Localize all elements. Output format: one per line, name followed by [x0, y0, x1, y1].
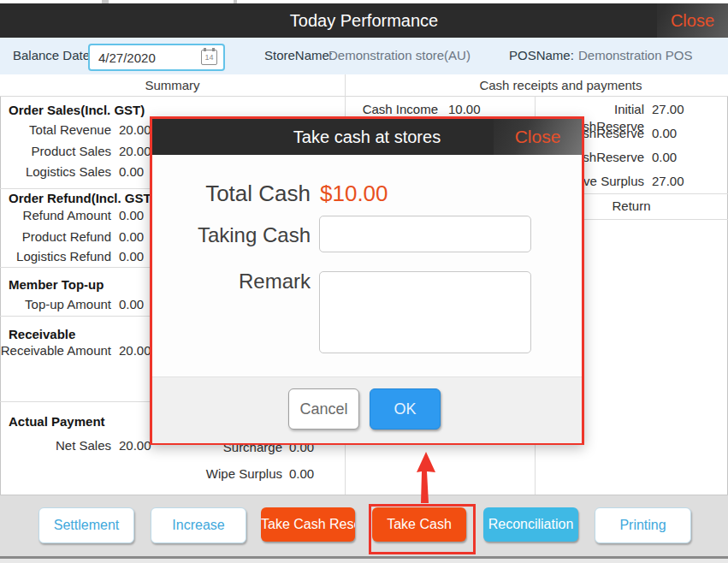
- balance-date-field[interactable]: 14: [88, 44, 225, 71]
- remark-input[interactable]: [319, 271, 531, 353]
- cancel-button[interactable]: Cancel: [288, 388, 359, 430]
- window-bottom-pad: [0, 559, 728, 563]
- group-title-receivable: Receivable: [9, 326, 75, 343]
- take-cash-dialog: Take cash at stores Close Total Cash $10…: [150, 116, 584, 445]
- summary-section-header: Summary: [0, 74, 345, 96]
- pos-name-label: POSName:: [509, 48, 574, 62]
- window-close-button[interactable]: Close: [657, 3, 728, 38]
- reconciliation-button[interactable]: Reconciliation: [483, 507, 578, 542]
- info-bar: Balance Date: 14 StoreName: Demonstratio…: [0, 38, 728, 74]
- dialog-footer: Cancel OK: [152, 376, 582, 443]
- taking-cash-label: Taking Cash: [152, 223, 311, 247]
- today-performance-window: Today Performance Close Balance Date: 14…: [0, 0, 728, 563]
- title-bar: Today Performance Close: [0, 3, 728, 38]
- bottom-toolbar: Settlement Increase Take Cash Reser Take…: [0, 495, 728, 557]
- section-header-row: Summary Cash receipts and payments: [0, 74, 728, 97]
- printing-button[interactable]: Printing: [595, 507, 691, 543]
- ok-button[interactable]: OK: [370, 388, 441, 430]
- table-row: Initial CashReserve27.00: [0, 101, 728, 118]
- cash-section-header: Cash receipts and payments: [394, 74, 728, 96]
- pos-name-value: Demonstration POS: [578, 48, 692, 62]
- group-title-member-topup: Member Top-up: [9, 276, 104, 293]
- total-cash-value: $10.00: [320, 181, 388, 207]
- page-title: Today Performance: [0, 3, 728, 38]
- settlement-button[interactable]: Settlement: [38, 507, 134, 543]
- store-name-value: Demonstration store(AU): [328, 48, 471, 62]
- take-cash-highlight-box: [369, 504, 476, 554]
- taking-cash-input[interactable]: [319, 216, 531, 252]
- balance-date-label: Balance Date:: [13, 48, 93, 62]
- group-title-order-refund: Order Refund(Incl. GST): [9, 190, 156, 207]
- balance-date-input[interactable]: [97, 47, 194, 68]
- table-row: Wipe Surplus0.00: [0, 465, 345, 483]
- calendar-icon[interactable]: 14: [201, 50, 217, 65]
- total-cash-label: Total Cash: [152, 181, 311, 207]
- group-title-actual-payment: Actual Payment: [9, 413, 105, 430]
- dialog-close-button[interactable]: Close: [494, 119, 582, 155]
- store-name-label: StoreName:: [264, 48, 333, 62]
- remark-label: Remark: [152, 270, 311, 293]
- increase-button[interactable]: Increase: [151, 507, 246, 543]
- annotation-arrow-up-icon: [409, 448, 443, 508]
- dialog-title-bar: Take cash at stores Close: [152, 119, 582, 155]
- take-cash-reserve-button[interactable]: Take Cash Reser: [261, 507, 355, 542]
